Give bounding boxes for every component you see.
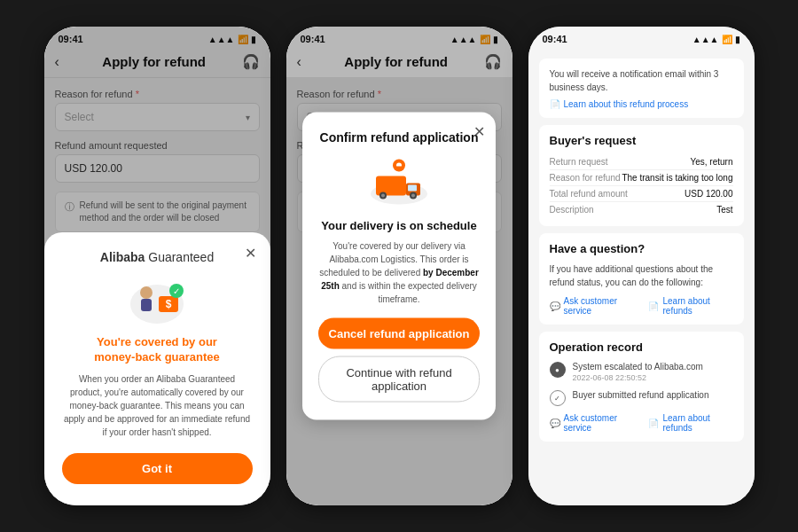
modal-headline: Your delivery is on schedule [318,219,480,232]
delivery-svg [364,155,434,208]
svg-rect-8 [376,176,406,196]
doc-icon-3: 📄 [648,419,659,428]
question-links: 💬 Ask customer service 📄 Learn about ref… [550,296,733,316]
op-dot-icon: ● [550,362,566,378]
confirm-modal: Confirm refund application ✕ [302,113,496,420]
sheet-body-1: When you order an Alibaba Guaranteed pro… [62,372,253,439]
notification-text: You will receive a notification email wi… [550,67,733,94]
wifi-icon-3: 📶 [722,35,732,44]
got-it-button[interactable]: Got it [62,453,253,484]
buyers-request-card: Buyer's request Return request Yes, retu… [539,125,744,226]
op-text-0: System escalated to Alibaba.com 2022-06-… [573,361,703,382]
modal-title: Confirm refund application [318,130,480,145]
delivery-illustration [318,155,480,208]
phone-2: 09:41 ▲▲▲ 📶 ▮ ‹ Apply for refund 🎧 Reaso… [286,27,512,505]
sheet-headline-1: You're covered by our money-back guarant… [62,335,253,365]
time-3: 09:41 [543,34,567,44]
table-row-3: Description Test [550,202,733,217]
modal-body: You're covered by our delivery via Aliba… [318,239,480,306]
notification-card: You will receive a notification email wi… [539,59,744,118]
ask-cs-link-1[interactable]: 💬 Ask customer service [550,296,638,316]
svg-rect-2 [141,299,152,311]
phone-3: 09:41 ▲▲▲ 📶 ▮ You will receive a notific… [528,27,755,505]
chat-icon-1: 💬 [550,301,560,311]
buyers-request-table: Return request Yes, return Reason for re… [550,154,733,217]
op-item-1: ✓ Buyer submitted refund application [550,389,733,406]
chat-icon-2: 💬 [550,419,560,428]
learn-refunds-link-1[interactable]: 📄 Learn about refunds [648,296,732,316]
learn-link[interactable]: 📄 Learn about this refund process [550,99,733,109]
table-row-1: Reason for refund The transit is taking … [550,170,733,186]
svg-text:$: $ [166,298,172,310]
guarantee-svg: $ ✓ [121,273,192,326]
operation-links: 💬 Ask customer service 📄 Learn about ref… [550,413,733,433]
phone-1: 09:41 ▲▲▲ 📶 ▮ ‹ Apply for refund 🎧 Reaso… [44,27,270,505]
op-text-1: Buyer submitted refund application [573,389,709,402]
op-check-icon: ✓ [550,390,566,406]
operation-record-card: Operation record ● System escalated to A… [539,332,744,442]
alibaba-logo: Alibaba Guaranteed [62,250,253,264]
svg-point-14 [411,194,415,198]
question-title: Have a question? [550,242,733,255]
screen-content-3: You will receive a notification email wi… [528,48,755,505]
learn-refunds-link-2[interactable]: 📄 Learn about refunds [648,413,732,433]
status-bar-3: 09:41 ▲▲▲ 📶 ▮ [528,27,755,48]
table-row-0: Return request Yes, return [550,154,733,170]
operation-title: Operation record [550,340,733,354]
question-card: Have a question? If you have additional … [539,233,744,325]
question-body: If you have additional questions about t… [550,262,733,289]
doc-icon-2: 📄 [648,301,659,311]
status-icons-3: ▲▲▲ 📶 ▮ [692,35,740,44]
modal-overlay-1: ✕ Alibaba Guaranteed $ ✓ [44,27,270,505]
svg-point-1 [140,286,153,299]
svg-point-12 [381,194,385,198]
table-row-2: Total refund amount USD 120.00 [550,186,733,202]
svg-rect-10 [408,185,417,192]
ask-cs-link-2[interactable]: 💬 Ask customer service [550,413,638,433]
battery-icon-3: ▮ [735,35,740,44]
close-icon-2[interactable]: ✕ [473,123,485,140]
svg-text:✓: ✓ [173,286,180,296]
buyers-request-title: Buyer's request [550,134,733,147]
continue-refund-button[interactable]: Continue with refund application [318,356,480,403]
close-icon-1[interactable]: ✕ [245,245,256,262]
doc-icon: 📄 [550,99,560,109]
guarantee-illustration: $ ✓ [121,273,192,326]
confirm-overlay: Confirm refund application ✕ [286,27,512,505]
signal-icon-3: ▲▲▲ [692,35,719,44]
cancel-refund-button[interactable]: Cancel refund application [318,318,480,349]
bottom-sheet-1: ✕ Alibaba Guaranteed $ ✓ [44,232,270,505]
op-item-0: ● System escalated to Alibaba.com 2022-0… [550,361,733,382]
